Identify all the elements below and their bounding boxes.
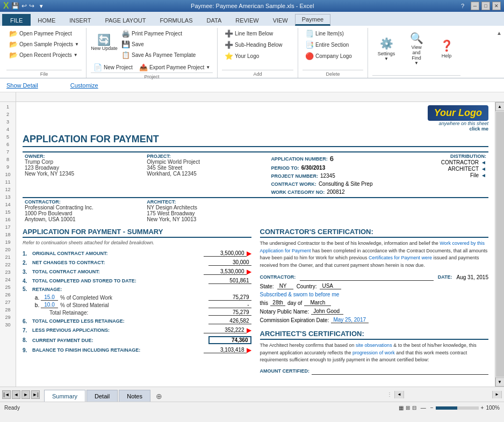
subscribed-row: Subscribed & sworn to before me	[260, 292, 489, 297]
tab-summary[interactable]: Summary	[44, 390, 85, 402]
title-bar-text: Paymee: Paymee American Sample.xls - Exc…	[46, 3, 459, 9]
contractor-signature-line	[300, 273, 433, 281]
tab-file[interactable]: FILE	[2, 14, 31, 26]
line-item-4: 4. TOTAL COMPLETED AND STORED TO DATE: 5…	[23, 278, 251, 284]
scroll-right-button[interactable]: ►	[492, 391, 501, 398]
amount-certified-row: AMOUNT CERTIFIED:	[260, 367, 489, 375]
customize-link[interactable]: Customize	[70, 82, 98, 89]
delete-line-items-button[interactable]: 🗒️ Line Item(s)	[303, 28, 355, 39]
item1-arrow: ▶	[247, 250, 251, 257]
tab-page-layout[interactable]: PAGE LAYOUT	[98, 14, 153, 26]
line-item-below-button[interactable]: ➕ Line Item Below	[222, 28, 285, 39]
view-find-button[interactable]: 🔍 View andFind ▼	[402, 30, 430, 67]
customize-qat-button[interactable]: ▼	[39, 3, 44, 9]
vertical-scrollbar[interactable]: ▲ ▼	[495, 102, 504, 387]
retainage-b-value: -	[208, 302, 251, 308]
save-button[interactable]: 💾 Save	[119, 39, 198, 49]
restore-button[interactable]: □	[481, 2, 490, 10]
sheet-nav-next[interactable]: ►	[21, 390, 30, 399]
help-icon[interactable]: ?	[461, 3, 464, 9]
tab-home[interactable]: HOME	[31, 14, 62, 26]
zoom-slider[interactable]	[436, 406, 479, 410]
close-button[interactable]: ✕	[492, 2, 501, 10]
undo-qat-button[interactable]: ↩	[21, 2, 27, 10]
app-number-label: APPLICATION NUMBER:	[271, 156, 327, 162]
tab-formulas[interactable]: FORMULAS	[153, 14, 199, 26]
notary-value: John Good	[311, 308, 343, 315]
save-as-template-button[interactable]: 📋 Save As Paymee Template	[119, 49, 198, 60]
help-ribbon-icon: ❓	[439, 38, 454, 53]
tab-detail[interactable]: Detail	[87, 390, 118, 402]
company-logo-icon: ⭐	[225, 52, 233, 60]
date-label: DATE:	[438, 274, 452, 280]
help-button[interactable]: ❓ Help	[433, 30, 460, 67]
ribbon-tab-bar: FILE HOME INSERT PAGE LAYOUT FORMULAS DA…	[0, 12, 504, 26]
item1-label: ORIGINAL CONTRACT AMOUNT:	[32, 251, 204, 256]
contractor-cert-section: CONTRACTOR'S CERTIFICATION: The undersig…	[260, 228, 489, 377]
day-num: 28th	[270, 300, 285, 306]
retainage-b-pct[interactable]: 10.0	[41, 302, 58, 308]
architect-addr1: 175 West Broadway	[147, 210, 264, 216]
tab-view[interactable]: VIEW	[266, 14, 295, 26]
settings-button[interactable]: ⚙️ Settings ▼	[372, 30, 400, 67]
zoom-in-button[interactable]: +	[481, 405, 484, 411]
new-update-button[interactable]: 🔄 New Update	[91, 28, 118, 58]
open-recent-projects-button[interactable]: 📂 Open Recent Projects ▼	[6, 49, 82, 60]
architect-label: ARCHITECT:	[147, 199, 264, 205]
line-item-7: 7. LESS PREVIOUS APPLICATIONS: 352,222 ▶	[23, 326, 251, 334]
open-paymee-project-button[interactable]: 📂 Open Paymee Project	[6, 28, 82, 39]
redo-qat-button[interactable]: ↪	[29, 2, 34, 10]
minimize-button[interactable]: ─	[471, 2, 479, 10]
page-break-button[interactable]: ⊟	[412, 405, 416, 411]
scroll-thumb[interactable]	[496, 112, 504, 377]
line-item-3: 3. TOTAL CONTRACT AMOUNT: 3,530,000 ▶	[23, 268, 251, 275]
open-sample-projects-button[interactable]: 📂 Open Sample Projects ▼	[6, 39, 82, 49]
contractor-addr1: 1000 Pro Boulevard	[25, 210, 142, 216]
sheet-nav-prev[interactable]: ◄	[12, 390, 20, 399]
ribbon-group-project: 🔄 New Update 🖨️ Print Paymee Project 💾 S…	[87, 28, 218, 78]
sheet-nav-first[interactable]: |◄	[2, 390, 11, 399]
settings-group-label	[372, 75, 460, 78]
sheet-nav-last[interactable]: ►|	[31, 390, 40, 399]
dist-file-row: File ◄	[415, 172, 486, 178]
tab-review[interactable]: REVIEW	[228, 14, 265, 26]
country-label: Country:	[297, 283, 317, 289]
tab-notes[interactable]: Notes	[119, 390, 150, 402]
project-label: PROJECT:	[147, 154, 264, 159]
retainage-b-label: % of Stored Material	[60, 302, 208, 308]
add-sheet-button[interactable]: ⊕	[152, 391, 167, 402]
new-project-button[interactable]: 📄 New Project	[91, 62, 135, 72]
h-scroll-track[interactable]	[404, 391, 492, 398]
save-qat-button[interactable]: 💾	[11, 2, 19, 10]
page-layout-button[interactable]: ⊞	[406, 405, 410, 411]
contract-work-label: CONTRACT WORK:	[271, 181, 316, 187]
tab-paymee[interactable]: Paymee	[295, 14, 330, 26]
scroll-down-button[interactable]: ▼	[495, 377, 505, 387]
item7-arrow: ▶	[247, 326, 251, 334]
normal-view-button[interactable]: ▦	[399, 405, 404, 411]
sub-heading-below-button[interactable]: ➕ Sub-Heading Below	[222, 39, 285, 50]
status-bar: Ready ▦ ⊞ ⊟ — − + 100%	[0, 402, 504, 413]
export-icon: 📤	[139, 63, 148, 71]
summary-subtitle: Refer to continuation sheets attached fo…	[23, 240, 251, 245]
your-company-logo-button[interactable]: ⭐ Your Logo	[222, 50, 285, 61]
total-retainage-row: Total Retainage: 75,279	[33, 309, 251, 316]
retainage-a-value: 75,279	[208, 294, 251, 301]
show-detail-link[interactable]: Show Detail	[6, 82, 38, 89]
architect-cert-title: ARCHITECT'S CERTIFICATION:	[260, 330, 489, 340]
tab-insert[interactable]: INSERT	[62, 14, 98, 26]
tab-data[interactable]: DATA	[200, 14, 229, 26]
retainage-a-pct[interactable]: 15.0	[41, 294, 58, 301]
contractor-field-row: CONTRACTOR: DATE: Aug 31, 2015	[260, 273, 489, 281]
scroll-left-button[interactable]: ◄	[395, 391, 404, 398]
export-project-button[interactable]: 📤 Export Paymee Project ▼	[136, 62, 213, 72]
logo-sub2: click me	[23, 126, 488, 132]
retainage-a-label: % of Completed Work	[60, 295, 208, 301]
ribbon-collapse[interactable]: ▲	[494, 28, 504, 78]
delete-entire-section-button[interactable]: 📑 Entire Section	[303, 39, 355, 50]
zoom-out-button[interactable]: −	[430, 405, 434, 411]
print-paymee-button[interactable]: 🖨️ Print Paymee Project	[119, 28, 198, 39]
scroll-up-button[interactable]: ▲	[495, 102, 505, 111]
company-logo-button[interactable]: 🔴 Company Logo	[303, 50, 355, 61]
logo-area[interactable]: Your Logo anywhere on this sheet click m…	[23, 105, 488, 132]
